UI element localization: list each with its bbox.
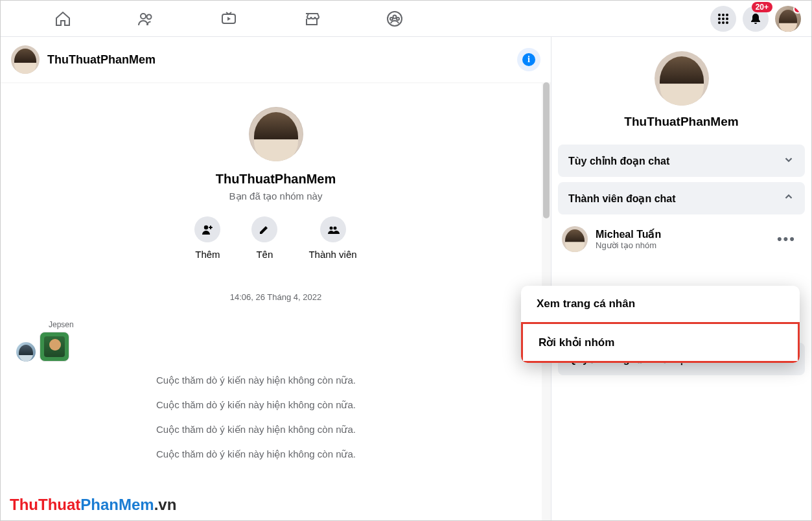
section-label: Tùy chỉnh đoạn chat bbox=[568, 155, 669, 167]
nav-watch[interactable] bbox=[190, 1, 268, 37]
nav-right: 20+ bbox=[710, 6, 801, 32]
nav-friends[interactable] bbox=[107, 1, 185, 37]
chevron-up-icon bbox=[783, 191, 795, 205]
member-more-button[interactable]: ••• bbox=[772, 228, 801, 250]
svg-point-9 bbox=[726, 14, 728, 16]
svg-point-10 bbox=[718, 17, 721, 20]
system-message: Cuộc thăm dò ý kiến này hiện không còn n… bbox=[156, 424, 551, 435]
add-member-button[interactable]: Thêm bbox=[194, 216, 220, 260]
member-name: Micheal Tuấn bbox=[596, 228, 661, 240]
chat-column: ThuThuatPhanMem i ThuThuatPhanMem Bạn đã… bbox=[1, 37, 551, 520]
attachment-row bbox=[16, 332, 540, 362]
menu-item-leave-group[interactable]: Rời khỏi nhóm bbox=[521, 322, 800, 363]
sender-avatar[interactable] bbox=[16, 342, 36, 362]
panel-group-title: ThuThuatPhanMem bbox=[558, 115, 805, 129]
svg-point-18 bbox=[333, 227, 336, 230]
notifications-button[interactable]: 20+ bbox=[743, 6, 769, 32]
menu-item-view-profile[interactable]: Xem trang cá nhân bbox=[521, 286, 800, 322]
member-row: Micheal Tuấn Người tạo nhóm ••• bbox=[558, 220, 805, 259]
marketplace-icon bbox=[303, 10, 321, 28]
watch-icon bbox=[220, 10, 238, 28]
action-label-name: Tên bbox=[256, 249, 273, 260]
svg-point-14 bbox=[722, 21, 725, 24]
info-icon: i bbox=[522, 53, 535, 66]
attachment-thumbnail[interactable] bbox=[40, 332, 69, 362]
svg-point-11 bbox=[722, 17, 725, 20]
sender-name: Jepsen bbox=[49, 320, 540, 329]
members-icon bbox=[327, 223, 340, 236]
svg-point-6 bbox=[397, 17, 399, 20]
panel-group-avatar[interactable] bbox=[655, 51, 709, 106]
group-subtitle: Bạn đã tạo nhóm này bbox=[1, 191, 551, 202]
conversation-details-panel: ThuThuatPhanMem Tùy chỉnh đoạn chat Thàn… bbox=[551, 37, 811, 520]
section-chat-members[interactable]: Thành viên đoạn chat bbox=[558, 182, 805, 214]
system-message: Cuộc thăm dò ý kiến này hiện không còn n… bbox=[156, 448, 551, 460]
svg-point-13 bbox=[718, 21, 721, 24]
pencil-icon bbox=[258, 223, 271, 236]
account-avatar[interactable] bbox=[775, 6, 801, 32]
svg-point-12 bbox=[726, 17, 728, 20]
section-customize-chat[interactable]: Tùy chỉnh đoạn chat bbox=[558, 145, 805, 177]
member-avatar[interactable] bbox=[562, 226, 588, 252]
action-label-members: Thành viên bbox=[308, 249, 356, 260]
svg-point-1 bbox=[147, 14, 152, 19]
member-role: Người tạo nhóm bbox=[596, 240, 661, 250]
svg-point-16 bbox=[204, 226, 208, 229]
system-message: Cuộc thăm dò ý kiến này hiện không còn n… bbox=[156, 399, 551, 411]
svg-point-4 bbox=[393, 15, 397, 18]
members-button[interactable]: Thành viên bbox=[308, 216, 356, 260]
notif-badge: 20+ bbox=[752, 2, 772, 12]
chat-timestamp: 14:06, 26 Tháng 4, 2022 bbox=[1, 292, 551, 302]
chat-body[interactable]: ThuThuatPhanMem Bạn đã tạo nhóm này Thêm… bbox=[1, 82, 551, 520]
add-person-icon bbox=[201, 223, 214, 236]
main-wrap: ThuThuatPhanMem i ThuThuatPhanMem Bạn đã… bbox=[1, 37, 811, 520]
group-action-row: Thêm Tên Thành viên bbox=[1, 216, 551, 260]
scroll-thumb[interactable] bbox=[543, 82, 550, 218]
nav-home[interactable] bbox=[24, 1, 102, 37]
group-avatar-large bbox=[249, 107, 303, 161]
nav-groups[interactable] bbox=[356, 1, 434, 37]
member-context-menu: Xem trang cá nhân Rời khỏi nhóm bbox=[521, 286, 800, 363]
nav-marketplace[interactable] bbox=[273, 1, 351, 37]
svg-point-5 bbox=[390, 17, 393, 20]
action-label-add: Thêm bbox=[195, 249, 220, 260]
section-label: Thành viên đoạn chat bbox=[568, 192, 676, 205]
account-dot bbox=[793, 6, 801, 14]
home-icon bbox=[54, 10, 72, 28]
menu-button[interactable] bbox=[710, 6, 736, 32]
group-title: ThuThuatPhanMem bbox=[1, 172, 551, 187]
system-message: Cuộc thăm dò ý kiến này hiện không còn n… bbox=[156, 375, 551, 386]
watermark-part1: ThuThuat bbox=[10, 496, 80, 513]
groups-icon bbox=[386, 10, 404, 28]
chat-header-title: ThuThuatPhanMem bbox=[47, 53, 156, 67]
chevron-down-icon bbox=[783, 154, 795, 168]
svg-point-0 bbox=[141, 14, 146, 19]
svg-point-7 bbox=[718, 14, 721, 16]
chat-header-avatar[interactable] bbox=[11, 45, 40, 74]
watermark-part3: .vn bbox=[154, 496, 177, 513]
top-nav: 20+ bbox=[1, 1, 811, 37]
watermark: ThuThuatPhanMem.vn bbox=[10, 496, 176, 514]
svg-point-17 bbox=[329, 227, 332, 230]
conversation-info-button[interactable]: i bbox=[517, 48, 540, 71]
grid-icon bbox=[717, 12, 730, 25]
svg-point-15 bbox=[726, 21, 728, 24]
rename-button[interactable]: Tên bbox=[251, 216, 277, 260]
bell-icon bbox=[749, 12, 762, 25]
nav-tabs bbox=[24, 1, 434, 37]
watermark-part2: PhanMem bbox=[80, 496, 154, 513]
friends-icon bbox=[137, 10, 155, 28]
message-block: Jepsen bbox=[1, 320, 551, 362]
chat-header: ThuThuatPhanMem i bbox=[1, 37, 551, 82]
svg-point-8 bbox=[722, 14, 725, 16]
